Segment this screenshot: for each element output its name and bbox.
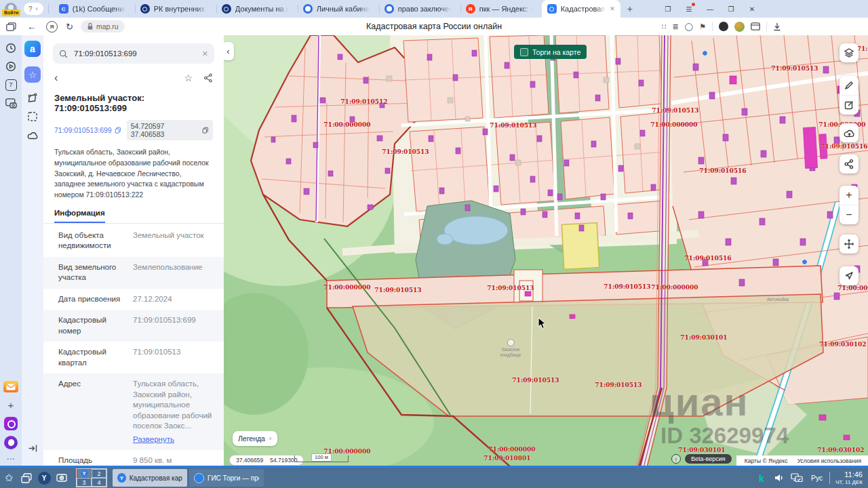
login-badge[interactable]: Войти <box>2 9 20 16</box>
terms-link[interactable]: Условия использования <box>797 458 861 464</box>
alice-icon[interactable] <box>4 436 18 449</box>
kontur-icon[interactable]: k <box>753 472 770 484</box>
cadastral-number-link[interactable]: 71:09:010513:699 <box>54 126 121 134</box>
more-dots-icon[interactable]: ⋯ <box>7 454 16 464</box>
copy-icon[interactable] <box>115 127 121 134</box>
history-icon[interactable] <box>5 42 17 54</box>
poi-marker-icon[interactable] <box>702 50 708 56</box>
clear-search-icon[interactable]: ✕ <box>202 49 208 58</box>
info-icon[interactable]: i <box>671 454 681 464</box>
back-chevron-icon[interactable]: ‹ <box>54 72 58 84</box>
torgi-map-toggle[interactable]: Торги на карте <box>514 45 587 59</box>
locate-control[interactable] <box>840 266 859 285</box>
tiles-icon[interactable]: ∷ <box>662 22 667 31</box>
task-gis-torgi[interactable]: ГИС Торги — прод... <box>189 469 264 487</box>
video-icon[interactable] <box>5 60 17 73</box>
coordinates-chip[interactable]: 54.720597 37.406583 <box>127 120 213 140</box>
tab-panel-icon[interactable]: ❐ <box>663 4 673 14</box>
cloud-upload-icon[interactable] <box>840 123 859 142</box>
layers-icon[interactable] <box>840 43 859 62</box>
locate-icon[interactable] <box>840 266 859 285</box>
tab-rk-docs[interactable]: РК внутренних докумен <box>135 0 216 18</box>
address-bar[interactable]: map.ru <box>81 20 125 33</box>
edit-icon[interactable] <box>840 95 859 115</box>
favorites-button-active[interactable]: ☆ <box>24 66 41 83</box>
collapse-sidebar-button[interactable]: ‹ <box>224 42 234 60</box>
sidebar-panels-icon[interactable] <box>6 22 16 31</box>
screenshot-icon[interactable] <box>5 97 17 109</box>
copy-icon[interactable] <box>202 127 209 134</box>
tab-messenger[interactable]: C (1k) Сообщение <box>54 0 135 18</box>
windows-cascade-icon[interactable] <box>18 473 35 483</box>
workspace-1-active[interactable]: Y <box>77 469 92 478</box>
display-settings-icon[interactable] <box>788 473 806 483</box>
volume-icon[interactable] <box>770 473 788 483</box>
workspace-seven-icon[interactable]: 7 <box>5 79 17 91</box>
move-icon[interactable] <box>840 235 859 253</box>
scale-bar: 100 м <box>294 455 349 462</box>
select-area-icon[interactable] <box>26 110 39 123</box>
share-icon[interactable] <box>203 73 213 83</box>
cadastral-label: 71:09:010513 <box>512 377 559 384</box>
collapse-panel-icon[interactable] <box>26 442 39 454</box>
circle-ext-icon[interactable]: ◯ <box>685 22 693 31</box>
cloud-icon[interactable] <box>26 129 39 141</box>
close-button[interactable]: ✕ <box>747 4 757 14</box>
yandex-services-icon[interactable]: Я <box>46 21 58 33</box>
expand-link[interactable]: Развернуть <box>133 434 174 445</box>
tab-label: (1k) Сообщение <box>73 5 125 13</box>
legend-button[interactable]: Легенда ∧ <box>233 431 277 446</box>
zoom-in-button[interactable]: + <box>840 186 859 205</box>
yandex-browser-icon[interactable]: Y <box>35 472 53 485</box>
mail-icon[interactable] <box>3 381 18 392</box>
language-indicator[interactable]: Рус <box>811 474 823 482</box>
profile-menu-button[interactable]: ? ∨ <box>24 3 43 15</box>
tab-information[interactable]: Информация <box>54 209 105 223</box>
workspace-3[interactable]: 3 <box>77 478 92 487</box>
folder-eye-icon[interactable] <box>53 473 71 483</box>
layers-control[interactable] <box>840 43 859 62</box>
add-panel-icon[interactable]: + <box>5 399 17 411</box>
restore-button[interactable]: ❐ <box>726 4 736 14</box>
workspace-4[interactable]: 4 <box>92 478 106 487</box>
pan-control[interactable] <box>840 235 859 253</box>
checkbox-icon[interactable] <box>520 48 528 56</box>
alice-vision-icon[interactable] <box>4 417 18 430</box>
refresh-icon[interactable]: ↻ <box>66 22 73 32</box>
tab-yandex-search[interactable]: Я пкк — Яндекс: нашлось <box>460 0 542 18</box>
tab-docs-execution[interactable]: Документы на исполнен <box>216 0 298 18</box>
back-icon[interactable]: ← <box>27 21 37 32</box>
tab-personal-account[interactable]: Личный кабинет <box>298 0 379 18</box>
start-star-icon[interactable]: ✩ <box>0 472 18 484</box>
bookmark-flag-icon[interactable]: ⚑ <box>699 22 706 31</box>
tab-contract-right[interactable]: право заключения догов <box>379 0 460 18</box>
search-input[interactable] <box>73 49 197 58</box>
app-logo[interactable]: a <box>24 41 41 57</box>
upload-control[interactable] <box>840 123 859 142</box>
cadastral-label: 71:09:030102 <box>819 341 866 348</box>
poi-marker-icon[interactable] <box>802 259 808 265</box>
share-control[interactable] <box>840 155 859 174</box>
browser-menu-icon[interactable]: ☰ <box>684 4 694 14</box>
share-map-icon[interactable] <box>840 155 859 174</box>
dark-extension-icon[interactable] <box>719 22 728 31</box>
measure-icon[interactable] <box>840 76 859 95</box>
new-tab-button[interactable]: + <box>627 3 633 14</box>
cadastral-label: 71:00:000000 <box>488 446 535 453</box>
cadastral-map[interactable]: 71:09:010512 71:00:000000 71:09:010513 7… <box>224 35 868 468</box>
polygon-tool-icon[interactable] <box>26 92 39 104</box>
tab-cadastral-map-active[interactable]: Кадастровая карта Ро ✕ <box>542 0 620 18</box>
doc-portal-icon <box>140 4 150 14</box>
clock[interactable]: 11:46 ЧТ, 11 ДЕК <box>835 470 863 485</box>
zoom-out-button[interactable]: − <box>840 205 859 224</box>
browser-side-rail: 7 + ⋯ <box>0 35 22 468</box>
minimize-button[interactable]: — <box>705 4 715 14</box>
task-cadastral-map[interactable]: Y Кадастровая кар... <box>113 469 187 487</box>
tab-close-icon[interactable]: ✕ <box>610 5 615 12</box>
reading-list-icon[interactable]: ≣ <box>673 22 679 31</box>
workspace-2[interactable]: 2 <box>92 469 106 478</box>
wallet-icon[interactable] <box>751 22 760 30</box>
extension-avatar-icon[interactable] <box>734 22 745 32</box>
download-icon[interactable] <box>773 22 781 31</box>
favorite-star-icon[interactable]: ☆ <box>184 73 193 83</box>
